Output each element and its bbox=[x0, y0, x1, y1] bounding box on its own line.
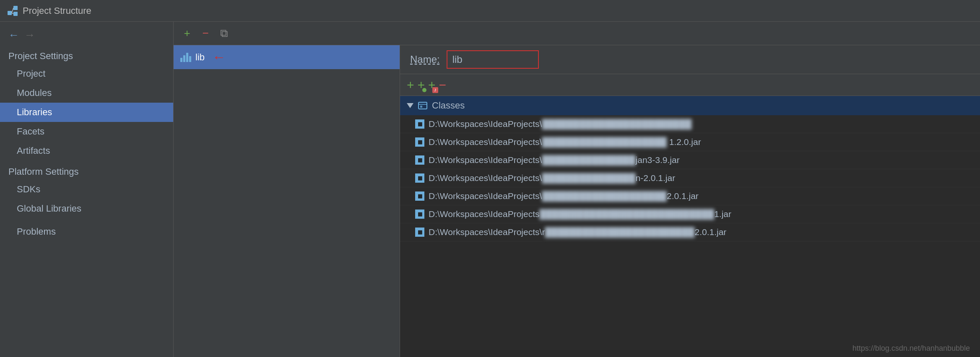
class-path-5: D:\Workspaces\IdeaProjects██████████████… bbox=[429, 209, 731, 219]
jar-icon-6: ▦ bbox=[415, 228, 424, 237]
sidebar-item-sdks[interactable]: SDKs bbox=[0, 180, 173, 199]
sidebar-item-modules[interactable]: Modules bbox=[0, 83, 173, 103]
sidebar-item-facets[interactable]: Facets bbox=[0, 122, 173, 141]
footer-url: https://blog.csdn.net/hanhanbubble bbox=[853, 344, 970, 353]
nav-forward-button[interactable]: → bbox=[24, 28, 35, 41]
add-class-external-button[interactable]: + J bbox=[428, 78, 436, 92]
svg-rect-5 bbox=[419, 102, 427, 109]
library-icon bbox=[180, 53, 191, 62]
class-entry-6: ▦ D:\Workspaces\IdeaProjects\r██████████… bbox=[400, 223, 980, 241]
class-path-2: D:\Workspaces\IdeaProjects\█████████████… bbox=[429, 155, 680, 165]
classes-section: Classes ▦ D:\Workspaces\IdeaProjects\███… bbox=[400, 96, 980, 357]
svg-line-3 bbox=[12, 8, 13, 13]
project-settings-section-label: Project Settings bbox=[0, 45, 173, 64]
name-input[interactable] bbox=[447, 50, 539, 69]
toolbar-row: + − ⧉ bbox=[174, 22, 980, 45]
class-entry-5: ▦ D:\Workspaces\IdeaProjects████████████… bbox=[400, 205, 980, 223]
class-path-3: D:\Workspaces\IdeaProjects\█████████████… bbox=[429, 173, 675, 183]
add-class-with-dep-button[interactable]: + bbox=[418, 78, 425, 92]
project-structure-icon bbox=[7, 5, 18, 17]
bars-icon bbox=[180, 53, 191, 62]
class-path-1: D:\Workspaces\IdeaProjects\█████████████… bbox=[429, 137, 701, 147]
class-entry-3: ▦ D:\Workspaces\IdeaProjects\███████████… bbox=[400, 169, 980, 187]
platform-settings-section-label: Platform Settings bbox=[0, 160, 173, 180]
classes-icon bbox=[418, 101, 428, 111]
sidebar-nav-row: ← → bbox=[0, 25, 173, 45]
remove-library-button[interactable]: − bbox=[199, 27, 212, 40]
sidebar-divider bbox=[0, 220, 173, 220]
library-list-panel: lib ← bbox=[174, 45, 400, 357]
right-panel: + − ⧉ lib bbox=[174, 22, 980, 357]
sidebar-item-project[interactable]: Project bbox=[0, 64, 173, 83]
copy-library-button[interactable]: ⧉ bbox=[217, 27, 231, 40]
jar-icon-5: ▦ bbox=[415, 210, 424, 219]
classes-label: Classes bbox=[432, 100, 465, 111]
sidebar-item-artifacts[interactable]: Artifacts bbox=[0, 141, 173, 160]
svg-rect-0 bbox=[8, 11, 12, 15]
svg-rect-2 bbox=[13, 12, 18, 16]
class-entry-0: ▦ D:\Workspaces\IdeaProjects\███████████… bbox=[400, 115, 980, 133]
class-entry-1: ▦ D:\Workspaces\IdeaProjects\███████████… bbox=[400, 133, 980, 151]
sidebar-item-global-libraries[interactable]: Global Libraries bbox=[0, 199, 173, 218]
collapse-icon[interactable] bbox=[407, 103, 413, 108]
svg-rect-1 bbox=[13, 6, 18, 10]
class-entry-2: ▦ D:\Workspaces\IdeaProjects\███████████… bbox=[400, 151, 980, 169]
class-entry-4: ▦ D:\Workspaces\IdeaProjects\███████████… bbox=[400, 187, 980, 205]
add-library-button[interactable]: + bbox=[180, 27, 194, 40]
name-label: Name: bbox=[410, 54, 440, 65]
detail-toolbar: + + + J − bbox=[400, 74, 980, 96]
svg-line-4 bbox=[12, 13, 13, 14]
sidebar-item-problems[interactable]: Problems bbox=[0, 222, 173, 241]
class-path-0: D:\Workspaces\IdeaProjects\█████████████… bbox=[429, 119, 691, 129]
library-label: lib bbox=[195, 52, 205, 63]
svg-rect-7 bbox=[420, 106, 422, 108]
remove-class-button[interactable]: − bbox=[439, 78, 447, 92]
class-path-6: D:\Workspaces\IdeaProjects\r████████████… bbox=[429, 227, 726, 237]
jar-icon-4: ▦ bbox=[415, 191, 424, 201]
name-row: Name: bbox=[400, 45, 980, 74]
class-path-4: D:\Workspaces\IdeaProjects\█████████████… bbox=[429, 191, 699, 201]
jar-icon-2: ▦ bbox=[415, 155, 424, 165]
nav-back-button[interactable]: ← bbox=[8, 28, 19, 41]
red-arrow-annotation: ← bbox=[212, 49, 226, 65]
sidebar: ← → Project Settings Project Modules Lib… bbox=[0, 22, 174, 357]
sidebar-item-libraries[interactable]: Libraries bbox=[0, 103, 173, 122]
title-bar: Project Structure bbox=[0, 0, 980, 22]
library-item-lib[interactable]: lib ← bbox=[174, 45, 400, 69]
jar-icon-3: ▦ bbox=[415, 173, 424, 183]
jar-icon-1: ▦ bbox=[415, 137, 424, 147]
content-area: lib ← Name: + + bbox=[174, 45, 980, 357]
jar-icon-0: ▦ bbox=[415, 119, 424, 129]
add-class-button[interactable]: + bbox=[407, 78, 414, 92]
classes-header: Classes bbox=[400, 96, 980, 115]
window-title: Project Structure bbox=[23, 5, 91, 16]
detail-panel: Name: + + + J bbox=[400, 45, 980, 357]
main-layout: ← → Project Settings Project Modules Lib… bbox=[0, 22, 980, 357]
